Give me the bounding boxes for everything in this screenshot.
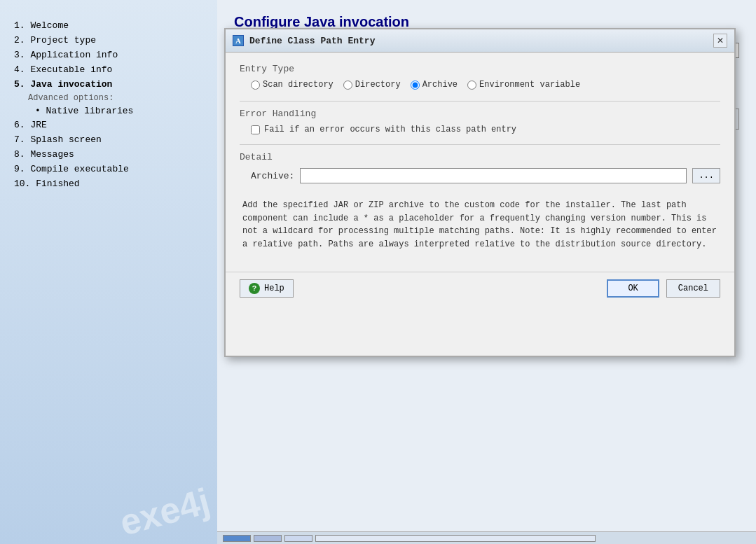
- radio-environment-variable[interactable]: Environment variable: [467, 80, 580, 90]
- ok-cancel-group: OK Cancel: [607, 279, 720, 298]
- section-divider-1: [240, 101, 720, 102]
- archive-label: Archive:: [251, 171, 294, 181]
- archive-row: Archive: ...: [251, 168, 720, 183]
- detail-section: Detail Archive: ...: [240, 152, 720, 183]
- dialog-body: Entry Type Scan directory Directory A: [226, 53, 734, 269]
- fail-checkbox-label: Fail if an error occurs with this class …: [264, 125, 516, 134]
- sidebar-item-executable-info[interactable]: 4. Executable info: [14, 62, 203, 77]
- sidebar-item-project-type[interactable]: 2. Project type: [14, 33, 203, 48]
- dialog-close-button[interactable]: ✕: [713, 34, 727, 48]
- sidebar-nav: 1. Welcome 2. Project type 3. Applicatio…: [0, 11, 217, 544]
- description-text: Add the specified JAR or ZIP archive to …: [240, 192, 720, 258]
- radio-archive[interactable]: Archive: [411, 80, 458, 90]
- help-button[interactable]: ? Help: [240, 279, 294, 298]
- entry-type-radio-group: Scan directory Directory Archive En: [251, 80, 720, 90]
- progress-empty-2: [284, 535, 312, 542]
- radio-archive-label: Archive: [422, 80, 458, 90]
- dialog-icon: A: [233, 35, 244, 46]
- fail-checkbox-input[interactable]: [251, 125, 260, 134]
- help-label: Help: [264, 284, 284, 293]
- main-panel: Configure Java invocation VM Parameters:…: [217, 0, 756, 544]
- sidebar-item-jre[interactable]: 6. JRE: [14, 118, 203, 132]
- radio-environment-variable-input[interactable]: [467, 81, 476, 90]
- radio-directory-label: Directory: [355, 80, 401, 90]
- archive-input[interactable]: [300, 168, 687, 183]
- cancel-button[interactable]: Cancel: [666, 279, 720, 298]
- radio-scan-directory[interactable]: Scan directory: [251, 80, 334, 90]
- error-handling-title: Error Handling: [240, 109, 720, 119]
- dialog-overlay: A Define Class Path Entry ✕ Entry Type S…: [217, 0, 756, 544]
- sidebar-item-messages[interactable]: 8. Messages: [14, 147, 203, 162]
- sidebar-item-application-info[interactable]: 3. Application info: [14, 48, 203, 62]
- sidebar-item-finished[interactable]: 10. Finished: [14, 176, 203, 191]
- radio-directory[interactable]: Directory: [343, 80, 401, 90]
- bottom-progress-bar: [217, 531, 756, 544]
- ok-button[interactable]: OK: [607, 279, 659, 298]
- progress-empty-3: [315, 535, 596, 542]
- sidebar-item-welcome[interactable]: 1. Welcome: [14, 18, 203, 33]
- sidebar-item-native-libraries[interactable]: • Native libraries: [14, 104, 203, 118]
- help-icon: ?: [249, 283, 260, 294]
- error-handling-section: Error Handling Fail if an error occurs w…: [240, 109, 720, 134]
- dialog-title-left: A Define Class Path Entry: [233, 35, 375, 46]
- sidebar-item-splash-screen[interactable]: 7. Splash screen: [14, 132, 203, 147]
- detail-title: Detail: [240, 152, 720, 162]
- progress-empty-1: [254, 535, 282, 542]
- define-classpath-dialog: A Define Class Path Entry ✕ Entry Type S…: [224, 28, 736, 357]
- entry-type-section: Entry Type Scan directory Directory A: [240, 64, 720, 90]
- sidebar-item-java-invocation[interactable]: 5. Java invocation: [14, 77, 203, 92]
- sidebar-item-compile-executable[interactable]: 9. Compile executable: [14, 162, 203, 176]
- browse-button[interactable]: ...: [692, 168, 720, 183]
- radio-environment-variable-label: Environment variable: [479, 80, 580, 90]
- radio-archive-input[interactable]: [411, 81, 420, 90]
- sidebar-advanced-label: Advanced options:: [14, 92, 203, 104]
- radio-scan-directory-label: Scan directory: [263, 80, 334, 90]
- section-divider-2: [240, 144, 720, 145]
- entry-type-title: Entry Type: [240, 64, 720, 74]
- progress-filled: [223, 535, 251, 542]
- dialog-title-text: Define Class Path Entry: [249, 36, 375, 46]
- sidebar: 1. Welcome 2. Project type 3. Applicatio…: [0, 0, 217, 544]
- fail-checkbox-row[interactable]: Fail if an error occurs with this class …: [251, 125, 720, 134]
- radio-scan-directory-input[interactable]: [251, 81, 260, 90]
- radio-directory-input[interactable]: [343, 81, 352, 90]
- dialog-footer: ? Help OK Cancel: [226, 272, 734, 307]
- dialog-titlebar: A Define Class Path Entry ✕: [226, 29, 734, 53]
